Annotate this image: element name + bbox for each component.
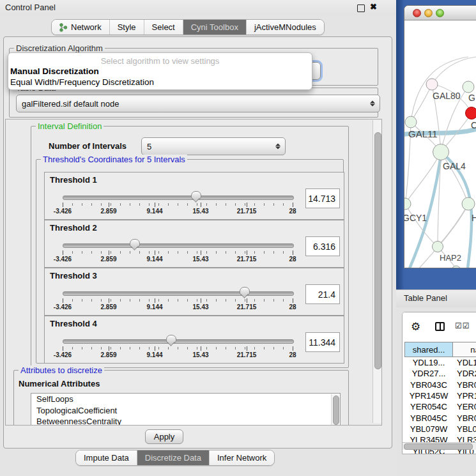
combobox-value: 5	[147, 142, 151, 151]
slider-track[interactable]	[63, 243, 294, 248]
tab-jactivemnodules[interactable]: jActiveMNodules	[246, 20, 324, 35]
settings-scrollbar[interactable]	[372, 120, 381, 423]
threshold-label: Threshold 1	[50, 175, 97, 185]
tab-network[interactable]: Network	[52, 20, 109, 35]
tab-infer-network[interactable]: Infer Network	[209, 450, 274, 465]
node-label: GAL11	[408, 128, 438, 139]
apply-button[interactable]: Apply	[145, 429, 183, 444]
network-canvas[interactable]: GAL80 G C GAL11 GAL4 GCY1 H HAP2	[404, 20, 476, 268]
node-bottom[interactable]	[452, 266, 461, 268]
node-selected-red[interactable]	[466, 107, 476, 119]
float-window-icon[interactable]	[357, 4, 365, 12]
popup-item-equal-width-frequency[interactable]: Equal Width/Frequency Discretization	[10, 77, 154, 87]
close-icon[interactable]: ✖	[370, 2, 377, 12]
network-window-titlebar[interactable]	[404, 6, 476, 20]
spinner-arrows-icon	[370, 101, 375, 107]
node-table-card: ⚙ ☑☑ shared... na YDL19...YDL1 YDR27...Y…	[402, 312, 476, 454]
numerical-attributes-list[interactable]: SelfLoops TopologicalCoefficient Between…	[31, 393, 341, 426]
slider-ticks	[63, 203, 293, 206]
threshold-label: Threshold 3	[50, 271, 97, 280]
node-gal80[interactable]	[426, 79, 438, 90]
spinner-arrows-icon	[275, 144, 280, 150]
apply-label: Apply	[154, 432, 175, 441]
zoom-traffic-light-icon[interactable]	[436, 9, 444, 17]
tab-label: Cyni Toolbox	[191, 22, 238, 32]
node-gal4[interactable]	[433, 144, 449, 160]
table-row[interactable]: YPR145WYPR1	[404, 390, 476, 401]
list-item[interactable]: BetweennessCentrality	[31, 416, 340, 426]
tab-label: Style	[118, 22, 136, 32]
column-header-name[interactable]: na	[453, 342, 476, 357]
tab-label: Infer Network	[217, 453, 266, 463]
table-horizontal-scrollbar[interactable]	[403, 442, 476, 450]
node-hap2[interactable]	[433, 242, 443, 252]
list-item[interactable]: TopologicalCoefficient	[31, 405, 340, 417]
threshold-3-slider[interactable]: -3.4262.8599.14415.4321.71528	[63, 288, 293, 313]
table-row[interactable]: YDL19...YDL1	[404, 357, 476, 368]
table-row[interactable]: YBL079WYBL0	[404, 424, 476, 434]
threshold-3-value-field[interactable]: 21.4	[305, 284, 340, 304]
threshold-4-value-field[interactable]: 11.344	[305, 332, 340, 352]
number-of-intervals-combobox[interactable]: 5	[141, 137, 286, 155]
list-item[interactable]: SelfLoops	[31, 394, 340, 405]
slider-tick-labels: -3.4262.8599.14415.4321.71528	[63, 303, 293, 311]
scrollbar-thumb[interactable]	[333, 395, 339, 425]
minimize-traffic-light-icon[interactable]	[424, 9, 433, 17]
slider-track[interactable]	[63, 339, 294, 344]
tab-select[interactable]: Select	[144, 20, 183, 35]
slider-track[interactable]	[63, 291, 294, 296]
fieldset-legend: Discretization Algorithm	[14, 43, 105, 53]
split-columns-icon[interactable]	[435, 322, 445, 331]
control-panel-titlebar	[0, 0, 396, 15]
threshold-2-slider[interactable]: -3.4262.8599.14415.4321.71528	[63, 240, 293, 265]
scrollbar-thumb[interactable]	[404, 443, 473, 450]
threshold-4-slider[interactable]: -3.4262.8599.14415.4321.71528	[63, 335, 293, 361]
select-columns-checkboxes-icon[interactable]: ☑☑	[455, 321, 470, 330]
threshold-label: Threshold 2	[50, 223, 97, 233]
table-row[interactable]: YBR045CYBR0	[404, 412, 476, 423]
table-toolbar: ⚙ ☑☑	[403, 312, 476, 342]
scrollbar-thumb[interactable]	[374, 132, 381, 369]
threshold-1-slider[interactable]: -3.4262.8599.14415.4321.71528	[63, 192, 293, 217]
threshold-1-value-field[interactable]: 14.713	[305, 188, 340, 208]
table-row[interactable]: YDR27...YDR2	[404, 368, 476, 379]
network-view-window[interactable]: GAL80 G C GAL11 GAL4 GCY1 H HAP2	[404, 5, 476, 268]
slider-thumb[interactable]	[191, 191, 201, 200]
slider-thumb[interactable]	[166, 335, 176, 344]
gear-icon[interactable]: ⚙	[411, 320, 420, 334]
tab-impute-data[interactable]: Impute Data	[76, 450, 137, 465]
slider-tick-labels: -3.4262.8599.14415.4321.71528	[63, 256, 293, 263]
threshold-4-panel: Threshold 4 -3.4262.8599.14415.4321.7152…	[44, 316, 344, 364]
slider-ticks	[63, 250, 293, 254]
tab-cyni-toolbox[interactable]: Cyni Toolbox	[183, 20, 246, 35]
fieldset-legend: Interval Definition	[36, 121, 104, 131]
table-body: YDL19...YDL1 YDR27...YDR2 YBR043CYBR0 YP…	[404, 357, 476, 454]
slider-ticks	[63, 346, 293, 350]
slider-track[interactable]	[63, 196, 294, 200]
tab-discretize-data[interactable]: Discretize Data	[137, 450, 209, 465]
popup-item-manual-discretization[interactable]: Manual Discretization	[10, 66, 99, 76]
network-tree-icon	[59, 23, 68, 32]
node-label: C	[471, 120, 476, 130]
fieldset-legend: Threshold's Coordinates for 5 Intervals	[41, 155, 187, 164]
column-header-shared-name[interactable]: shared...	[404, 342, 453, 357]
threshold-2-panel: Threshold 2 -3.4262.8599.14415.4321.7152…	[44, 220, 344, 268]
fieldset-legend: Attributes to discretize	[19, 365, 104, 375]
numerical-attributes-label: Numerical Attributes	[19, 379, 100, 388]
node-top-right[interactable]	[463, 81, 474, 93]
slider-thumb[interactable]	[130, 239, 140, 248]
close-traffic-light-icon[interactable]	[413, 9, 421, 17]
tab-style[interactable]: Style	[109, 20, 144, 35]
threshold-2-value-field[interactable]: 6.316	[305, 236, 340, 256]
node-label: GCY1	[404, 213, 427, 223]
list-scrollbar[interactable]	[331, 394, 339, 426]
slider-thumb[interactable]	[240, 287, 250, 296]
node-gcy1[interactable]	[404, 198, 411, 210]
node-h[interactable]	[462, 197, 475, 210]
table-row[interactable]: YER054CYER0	[404, 401, 476, 412]
table-row[interactable]: YBR043CYBR0	[404, 380, 476, 390]
table-data-combobox[interactable]: galFiltered.sif default node	[16, 95, 380, 112]
tab-label: Network	[71, 22, 102, 32]
node-gal11[interactable]	[405, 116, 417, 128]
tab-label: jActiveMNodules	[254, 22, 316, 32]
